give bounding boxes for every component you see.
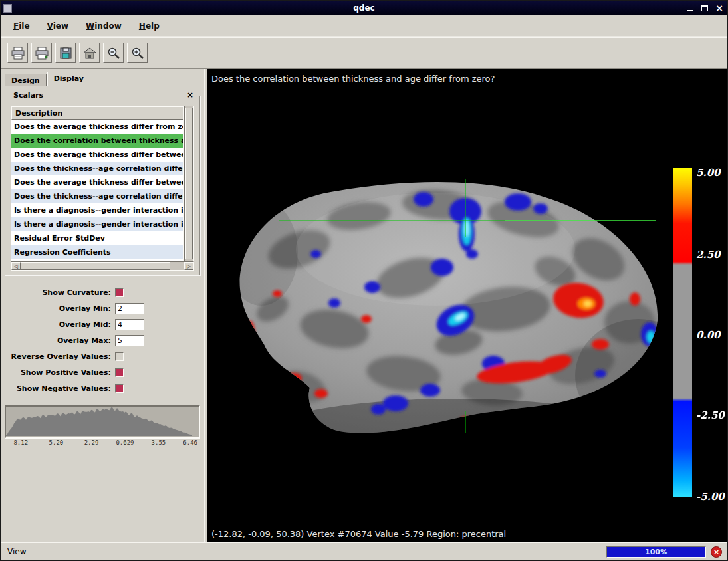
scalars-row[interactable]: Does the thickness--age correlation diff… (11, 189, 183, 203)
close-icon: × (715, 3, 723, 13)
axis-tick: 0.629 (116, 439, 134, 446)
scalars-column-header[interactable]: Description (11, 106, 183, 120)
horizontal-scrollbar-track[interactable] (170, 262, 184, 270)
axis-tick: -8.12 (10, 439, 28, 446)
titlebar: qdec × (1, 1, 727, 15)
home-icon (82, 46, 97, 60)
menubar: File View Window Help (1, 15, 727, 37)
panel-tabs: Design Display (5, 72, 204, 86)
window-title: qdec (353, 3, 374, 13)
overlay-mid-input[interactable] (115, 319, 144, 330)
viewer-question-text: Does the correlation between thickness a… (211, 74, 495, 84)
menu-window[interactable]: Window (80, 19, 128, 33)
window-menu-icon[interactable] (3, 4, 12, 13)
colorbar-label-min: -5.00 (696, 491, 725, 503)
scalars-row[interactable]: Does the thickness--age correlation diff… (11, 162, 183, 175)
toolbar (1, 37, 727, 68)
control-panel: Design Display Scalars × Description Doe… (1, 69, 204, 543)
scalars-frame-title: Scalars (11, 91, 46, 100)
maximize-button[interactable] (699, 3, 710, 13)
histogram (5, 405, 200, 439)
overlay-max-label: Overlay Max: (1, 336, 115, 345)
maximize-icon (701, 5, 708, 11)
vertical-scrollbar[interactable] (184, 106, 194, 261)
overlay-mid-label: Overlay Mid: (1, 320, 115, 329)
print-preview-button[interactable] (31, 43, 52, 63)
zoom-in-button[interactable] (127, 43, 148, 63)
scalars-row-selected[interactable]: Does the correlation between thickness a… (11, 134, 183, 148)
tab-design[interactable]: Design (5, 74, 47, 86)
menu-view[interactable]: View (41, 19, 74, 33)
show-curvature-checkbox[interactable] (115, 288, 124, 297)
zoom-out-icon (106, 46, 121, 60)
scalars-close-icon[interactable]: × (185, 90, 195, 100)
main-area: Design Display Scalars × Description Doe… (1, 68, 727, 543)
overlay-controls: Show Curvature: Overlay Min: Overlay Mid… (1, 284, 204, 396)
print-button[interactable] (7, 43, 28, 63)
scalars-row[interactable]: Regression Coefficients (11, 245, 183, 259)
show-curvature-label: Show Curvature: (1, 288, 115, 297)
colorbar-label-zero: 0.00 (696, 329, 721, 341)
scalars-list: Description Does the average thickness d… (11, 106, 184, 261)
save-icon (59, 46, 73, 60)
show-positive-label: Show Positive Values: (1, 368, 115, 377)
zoom-out-button[interactable] (103, 43, 124, 63)
show-negative-label: Show Negative Values: (1, 384, 115, 393)
scroll-left-arrow-icon[interactable]: ◁ (11, 262, 21, 270)
minimize-icon (687, 10, 693, 11)
save-button[interactable] (55, 43, 76, 63)
progress-fill: 100% (607, 547, 705, 557)
scalars-row[interactable]: Does the average thickness differ from z… (11, 120, 183, 134)
progress-bar: 100% (606, 546, 706, 558)
statusbar: View 100% × (1, 542, 727, 560)
show-positive-checkbox[interactable] (115, 368, 124, 377)
brain-surface[interactable] (236, 173, 662, 439)
vertex-status-text: (-12.82, -0.09, 50.38) Vertex #70674 Val… (211, 529, 506, 539)
histogram-axis: -8.12 -5.20 -2.29 0.629 3.55 6.46 (1, 439, 204, 446)
progress-label: 100% (645, 548, 667, 556)
axis-tick: -5.20 (45, 439, 63, 446)
scalars-frame: Scalars × Description Does the average t… (5, 96, 200, 275)
scalars-row[interactable]: Is there a diagnosis--gender interaction… (11, 203, 183, 217)
tab-display[interactable]: Display (47, 72, 90, 86)
scalars-row[interactable]: Does the average thickness differ betwee… (11, 148, 183, 162)
minimize-button[interactable] (685, 3, 695, 13)
overlay-max-input[interactable] (115, 335, 144, 346)
axis-tick: -2.29 (80, 439, 98, 446)
colorbar (673, 168, 692, 497)
display-panel: Scalars × Description Does the average t… (1, 86, 204, 446)
colorbar-label-high: 2.50 (696, 249, 721, 261)
print-icon (11, 46, 25, 60)
scroll-right-arrow-icon[interactable]: ▷ (184, 262, 193, 270)
axis-tick: 3.55 (152, 439, 166, 446)
colorbar-label-low: -2.50 (696, 409, 725, 421)
scalars-row[interactable]: Residual Error StdDev (11, 231, 183, 245)
home-button[interactable] (79, 43, 100, 63)
axis-tick: 6.46 (183, 439, 197, 446)
reverse-overlay-checkbox[interactable] (115, 352, 124, 361)
horizontal-scrollbar-thumb[interactable] (21, 262, 170, 270)
zoom-in-icon (130, 46, 145, 60)
show-negative-checkbox[interactable] (115, 384, 124, 393)
overlay-min-input[interactable] (115, 303, 144, 314)
statusbar-mode-label: View (1, 547, 26, 556)
vertical-scrollbar-thumb[interactable] (185, 108, 193, 259)
reverse-overlay-label: Reverse Overlay Values: (1, 352, 115, 361)
horizontal-scrollbar[interactable]: ◁ ▷ (11, 261, 194, 271)
overlay-min-label: Overlay Min: (1, 304, 115, 313)
scalars-row[interactable]: Is there a diagnosis--gender interaction… (11, 217, 183, 231)
colorbar-label-max: 5.00 (696, 167, 721, 179)
menu-help[interactable]: Help (133, 19, 166, 33)
print-preview-icon (35, 46, 49, 60)
surface-viewer[interactable]: Does the correlation between thickness a… (207, 69, 727, 543)
histogram-bars (6, 407, 192, 436)
close-button[interactable]: × (714, 3, 725, 13)
scalars-row[interactable]: Does the average thickness differ betwee… (11, 175, 183, 189)
menu-file[interactable]: File (7, 19, 36, 33)
cancel-icon[interactable]: × (711, 546, 722, 558)
